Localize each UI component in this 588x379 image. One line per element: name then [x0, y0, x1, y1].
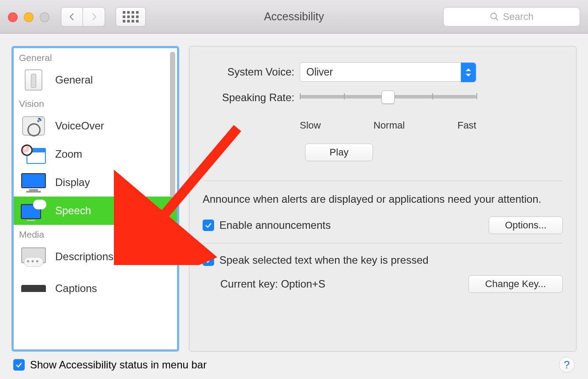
current-key-label: Current key: Option+S: [220, 278, 325, 290]
divider: [203, 181, 563, 181]
check-icon: [15, 361, 23, 369]
zoom-icon: [20, 143, 47, 166]
speaking-rate-label: Speaking Rate:: [203, 90, 300, 104]
search-input[interactable]: Search: [443, 7, 580, 27]
sidebar-item-label: General: [55, 74, 93, 86]
sidebar-item-captions[interactable]: Captions: [14, 271, 177, 303]
back-button[interactable]: [61, 7, 83, 27]
sidebar-item-label: Descriptions: [55, 250, 113, 263]
enable-announcements-label: Enable announcements: [219, 219, 331, 231]
slider-thumb[interactable]: [381, 91, 395, 104]
show-status-checkbox[interactable]: [13, 359, 25, 371]
sidebar-item-voiceover[interactable]: VoiceOver: [14, 112, 177, 140]
options-label: Options...: [505, 220, 547, 231]
section-header-general: General: [14, 48, 177, 66]
system-voice-select[interactable]: Oliver: [300, 62, 476, 82]
descriptions-icon: [20, 245, 47, 268]
general-icon: [20, 68, 47, 91]
help-icon: ?: [564, 359, 569, 371]
voiceover-icon: [20, 114, 47, 137]
system-voice-value: Oliver: [306, 66, 333, 78]
sidebar-item-label: Display: [55, 176, 90, 189]
svg-line-1: [496, 18, 498, 20]
sidebar-item-label: Captions: [55, 282, 97, 295]
sidebar-item-speech[interactable]: Speech: [14, 197, 177, 225]
search-icon: [490, 12, 499, 22]
sidebar-item-general[interactable]: General: [14, 66, 177, 94]
announce-description: Announce when alerts are displayed or ap…: [203, 192, 563, 207]
play-label: Play: [330, 147, 349, 158]
help-button[interactable]: ?: [559, 357, 575, 373]
sidebar-item-descriptions[interactable]: Descriptions: [14, 243, 177, 271]
rate-fast-label: Fast: [457, 120, 476, 131]
change-key-button[interactable]: Change Key...: [468, 275, 563, 293]
rate-normal-label: Normal: [373, 120, 405, 131]
close-button[interactable]: [8, 12, 18, 22]
check-icon: [204, 221, 212, 229]
announcements-options-button[interactable]: Options...: [489, 216, 563, 234]
sidebar: General General Vision VoiceOver Zoom Di…: [11, 46, 179, 352]
play-button[interactable]: Play: [305, 144, 373, 161]
sidebar-item-display[interactable]: Display: [14, 168, 177, 197]
divider: [203, 243, 563, 243]
search-placeholder: Search: [503, 11, 534, 23]
sidebar-item-label: Zoom: [55, 148, 82, 160]
forward-button[interactable]: [83, 7, 105, 27]
speak-selected-label: Speak selected text when the key is pres…: [219, 254, 429, 266]
display-icon: [20, 171, 47, 194]
check-icon: [204, 256, 212, 264]
chevron-updown-icon: [461, 63, 476, 82]
system-voice-label: System Voice:: [203, 66, 300, 78]
section-header-vision: Vision: [14, 94, 177, 112]
change-key-label: Change Key...: [485, 278, 546, 290]
speaking-rate-slider[interactable]: [300, 90, 476, 109]
sidebar-item-label: VoiceOver: [55, 120, 104, 132]
minimize-button[interactable]: [24, 12, 34, 22]
zoom-button[interactable]: [40, 12, 49, 22]
grid-icon: [123, 11, 139, 23]
traffic-lights: [8, 12, 49, 22]
main-panel: System Voice: Oliver Speaking Rate:: [189, 46, 577, 352]
scrollbar[interactable]: [170, 52, 175, 197]
rate-slow-label: Slow: [300, 120, 321, 131]
captions-icon: [20, 277, 47, 300]
section-header-media: Media: [14, 225, 177, 243]
footer: Show Accessibility status in menu bar ?: [0, 352, 588, 378]
window-title: Accessibility: [264, 10, 324, 23]
nav-buttons: [61, 7, 105, 27]
enable-announcements-checkbox[interactable]: [203, 220, 214, 231]
svg-point-0: [491, 13, 497, 19]
titlebar: Accessibility Search: [0, 0, 588, 34]
sidebar-item-zoom[interactable]: Zoom: [14, 140, 177, 168]
show-status-label: Show Accessibility status in menu bar: [30, 359, 207, 371]
speech-icon: [20, 199, 47, 222]
show-all-button[interactable]: [116, 7, 146, 27]
speak-selected-checkbox[interactable]: [203, 254, 214, 266]
sidebar-item-label: Speech: [55, 205, 91, 217]
